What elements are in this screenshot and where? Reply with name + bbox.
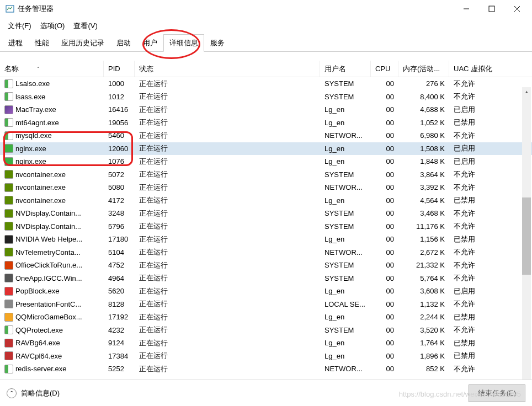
table-row[interactable]: NVIDIA Web Helpe...17180正在运行Lg_en001,156… — [0, 233, 532, 246]
table-row[interactable]: NVDisplay.Contain...5796正在运行SYSTEM0011,1… — [0, 220, 532, 233]
cell-cpu: 00 — [371, 338, 398, 348]
table-row[interactable]: RAVBg64.exe9124正在运行Lg_en001,764 K已禁用 — [0, 336, 532, 350]
process-list[interactable]: Lsalso.exe1000正在运行SYSTEM00276 K不允许lsass.… — [0, 77, 532, 392]
scroll-up-icon[interactable]: ▴ — [522, 87, 531, 96]
table-row[interactable]: mysqld.exe5460正在运行NETWOR...006,980 K不允许 — [0, 129, 532, 142]
cell-pid: 1000 — [104, 78, 135, 89]
col-uac[interactable]: UAC 虚拟化 — [449, 61, 515, 77]
tab-processes[interactable]: 进程 — [2, 34, 29, 51]
cell-name: nvcontainer.exe — [0, 195, 104, 206]
cell-name: RAVCpl64.exe — [0, 350, 104, 361]
cell-uac: 已禁用 — [449, 233, 515, 245]
cell-name: NvTelemetryConta... — [0, 247, 104, 258]
scrollbar-thumb[interactable] — [522, 197, 531, 275]
cell-uac: 已启用 — [449, 104, 515, 116]
maximize-button[interactable] — [479, 0, 504, 18]
tab-startup[interactable]: 启动 — [110, 34, 137, 51]
cell-name: mt64agnt.exe — [0, 117, 104, 128]
cell-uac: 已禁用 — [449, 311, 515, 323]
menu-options[interactable]: 选项(O) — [37, 20, 68, 32]
column-headers: 名称ˆ PID 状态 用户名 CPU 内存(活动... UAC 虚拟化 — [0, 61, 532, 77]
table-row[interactable]: PopBlock.exe5620正在运行Lg_en003,608 K已启用 — [0, 285, 532, 298]
cell-cpu: 00 — [371, 221, 398, 232]
close-button[interactable] — [504, 0, 530, 18]
cell-pid: 5080 — [104, 182, 135, 193]
cell-cpu: 00 — [371, 104, 398, 115]
cell-pid: 17192 — [104, 312, 135, 322]
cell-name: PopBlock.exe — [0, 286, 104, 297]
process-icon — [4, 300, 13, 308]
cell-cpu: 00 — [371, 182, 398, 193]
table-row[interactable]: OneApp.IGCC.Win...4964正在运行SYSTEM005,764 … — [0, 272, 532, 285]
process-icon — [4, 196, 13, 205]
process-icon — [4, 274, 13, 282]
table-row[interactable]: redis-server.exe5252正在运行NETWOR...00852 K… — [0, 362, 532, 376]
table-row[interactable]: mt64agnt.exe19056正在运行Lg_en001,052 K已禁用 — [0, 116, 532, 130]
table-row[interactable]: QQMicroGameBox...17192正在运行Lg_en002,244 K… — [0, 311, 532, 324]
cell-status: 正在运行 — [135, 168, 320, 180]
process-icon — [4, 157, 13, 166]
col-pid[interactable]: PID — [104, 61, 135, 77]
col-name[interactable]: 名称ˆ — [0, 61, 104, 77]
cell-pid: 4964 — [104, 273, 135, 284]
cell-user: SYSTEM — [320, 169, 371, 180]
col-mem[interactable]: 内存(活动... — [398, 61, 449, 77]
tab-services[interactable]: 服务 — [204, 34, 231, 51]
cell-uac: 不允许 — [449, 130, 515, 142]
table-row[interactable]: QQProtect.exe4232正在运行SYSTEM003,520 K不允许 — [0, 324, 532, 337]
cell-cpu: 00 — [371, 156, 398, 167]
cell-name: nvcontainer.exe — [0, 182, 104, 193]
table-row[interactable]: OfficeClickToRun.e...4752正在运行SYSTEM0021,… — [0, 259, 532, 272]
col-status[interactable]: 状态 — [135, 61, 320, 77]
cell-mem: 6,980 K — [398, 130, 449, 141]
table-row[interactable]: NvTelemetryConta...5104正在运行NETWOR...002,… — [0, 246, 532, 259]
tab-app-history[interactable]: 应用历史记录 — [55, 34, 110, 51]
cell-user: SYSTEM — [320, 260, 371, 270]
cell-mem: 21,332 K — [398, 260, 449, 270]
process-icon — [4, 339, 13, 348]
col-cpu[interactable]: CPU — [371, 61, 398, 77]
cell-user: NETWOR... — [320, 130, 371, 141]
cell-uac: 不允许 — [449, 168, 515, 180]
cell-cpu: 00 — [371, 195, 398, 206]
col-user[interactable]: 用户名 — [320, 61, 371, 77]
table-row[interactable]: nvcontainer.exe5072正在运行SYSTEM003,864 K不允… — [0, 168, 532, 181]
cell-mem: 276 K — [398, 78, 449, 89]
cell-mem: 1,156 K — [398, 234, 449, 244]
table-row[interactable]: nginx.exe12060正在运行Lg_en001,508 K已启用 — [0, 142, 532, 156]
cell-uac: 不允许 — [449, 181, 515, 194]
table-row[interactable]: PresentationFontC...8128正在运行LOCAL SE...0… — [0, 298, 532, 311]
vertical-scrollbar[interactable]: ▴ ▾ — [522, 87, 531, 396]
tab-details[interactable]: 详细信息 — [163, 34, 204, 52]
cell-uac: 已启用 — [449, 156, 515, 168]
minimize-button[interactable] — [454, 0, 479, 18]
tab-performance[interactable]: 性能 — [29, 34, 55, 51]
table-row[interactable]: nvcontainer.exe5080正在运行NETWOR...003,392 … — [0, 181, 532, 194]
cell-cpu: 00 — [371, 78, 398, 89]
cell-pid: 1012 — [104, 92, 135, 102]
table-row[interactable]: RAVCpl64.exe17384正在运行Lg_en001,896 K已禁用 — [0, 350, 532, 363]
cell-status: 正在运行 — [135, 156, 320, 168]
tab-users[interactable]: 用户 — [137, 34, 163, 51]
menu-file[interactable]: 文件(F) — [4, 20, 35, 32]
cell-name: lsass.exe — [0, 91, 104, 102]
cell-pid: 5796 — [104, 221, 135, 232]
table-row[interactable]: NVDisplay.Contain...3248正在运行SYSTEM003,46… — [0, 207, 532, 220]
cell-uac: 不允许 — [449, 259, 515, 271]
cell-mem: 1,896 K — [398, 351, 449, 361]
fewer-details-toggle[interactable]: ⌃ 简略信息(D) — [7, 388, 60, 398]
table-row[interactable]: lsass.exe1012正在运行SYSTEM008,400 K不允许 — [0, 90, 532, 104]
table-row[interactable]: nvcontainer.exe4172正在运行Lg_en004,564 K已禁用 — [0, 194, 532, 207]
process-icon — [4, 287, 13, 296]
cell-cpu: 00 — [371, 286, 398, 296]
cell-cpu: 00 — [371, 247, 398, 258]
fewer-details-label: 简略信息(D) — [21, 388, 60, 398]
cell-user: Lg_en — [320, 117, 371, 128]
process-icon — [4, 170, 13, 179]
table-row[interactable]: nginx.exe1076正在运行Lg_en001,848 K已启用 — [0, 155, 532, 168]
cell-cpu: 00 — [371, 312, 398, 322]
table-row[interactable]: MacTray.exe16416正在运行Lg_en004,688 K已启用 — [0, 103, 532, 116]
cell-uac: 已禁用 — [449, 350, 515, 362]
menu-view[interactable]: 查看(V) — [70, 20, 100, 32]
table-row[interactable]: Lsalso.exe1000正在运行SYSTEM00276 K不允许 — [0, 77, 532, 90]
